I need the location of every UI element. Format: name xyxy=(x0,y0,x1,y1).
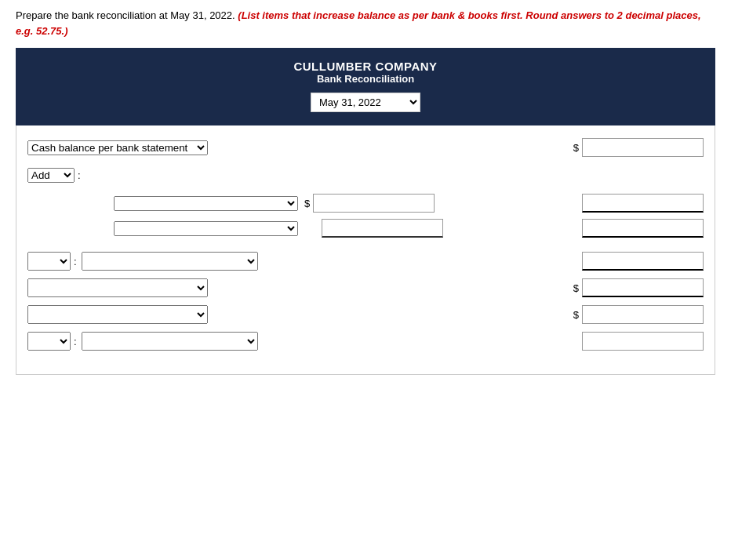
cash-balance-select[interactable]: Cash balance per bank statement xyxy=(27,140,208,155)
add-select[interactable]: Add xyxy=(27,168,75,183)
instructions: Prepare the bank reconciliation at May 3… xyxy=(16,8,715,38)
deduct-left: : xyxy=(27,252,258,271)
balance-select-1[interactable] xyxy=(27,278,208,297)
colon-1: : xyxy=(78,169,81,181)
deduct-select-1[interactable] xyxy=(27,252,71,271)
sub-item-input-1[interactable] xyxy=(313,194,435,213)
sub-item-select-1[interactable] xyxy=(114,196,298,211)
balance-select-2[interactable] xyxy=(27,305,208,324)
dollar-sign-1: $ xyxy=(573,142,579,154)
balance-left-2 xyxy=(27,305,208,324)
cash-balance-input[interactable] xyxy=(582,138,704,157)
bottom-select-2[interactable] xyxy=(82,332,258,351)
cash-balance-right: $ xyxy=(573,138,704,157)
dollar-sign-2: $ xyxy=(304,198,310,209)
date-select[interactable]: May 31, 2022 xyxy=(311,93,420,112)
balance-right-2: $ xyxy=(573,305,704,324)
balance-input-1[interactable] xyxy=(582,278,704,297)
deduct-right xyxy=(582,252,704,271)
balance-input-2[interactable] xyxy=(582,305,704,324)
sub-item-input-2[interactable] xyxy=(322,219,443,238)
colon-3: : xyxy=(74,336,77,347)
instructions-text: Prepare the bank reconciliation at May 3… xyxy=(16,9,235,21)
balance-row-1: $ xyxy=(27,278,704,297)
deduct-input-1[interactable] xyxy=(582,252,704,271)
sub-item-row-1: $ xyxy=(114,194,547,213)
right-total-2[interactable] xyxy=(582,219,704,238)
dollar-sign-3: $ xyxy=(573,282,579,294)
add-row: Add : xyxy=(27,168,704,183)
balance-right-1: $ xyxy=(573,278,704,297)
sub-item-select-2[interactable] xyxy=(114,221,298,236)
left-section: $ xyxy=(27,194,547,244)
header-box: CULLUMBER COMPANY Bank Reconciliation Ma… xyxy=(16,48,715,125)
bottom-input[interactable] xyxy=(582,332,704,351)
company-name: CULLUMBER COMPANY xyxy=(24,60,707,73)
dollar-sign-4: $ xyxy=(573,309,579,321)
bottom-select-1[interactable] xyxy=(27,332,71,351)
right-total-1[interactable] xyxy=(582,194,704,213)
sub-item-row-2 xyxy=(114,219,547,238)
main-content: Cash balance per bank statement $ Add : … xyxy=(16,125,715,375)
cash-balance-left: Cash balance per bank statement xyxy=(27,140,208,155)
balance-left-1 xyxy=(27,278,208,297)
deduct-row: : xyxy=(27,252,704,271)
report-title: Bank Reconciliation xyxy=(24,73,707,85)
bottom-left: : xyxy=(27,332,258,351)
colon-2: : xyxy=(74,256,77,267)
cash-balance-row: Cash balance per bank statement $ xyxy=(27,138,704,157)
balance-row-2: $ xyxy=(27,305,704,324)
bottom-row: : xyxy=(27,332,704,351)
middle-section: $ xyxy=(27,194,704,244)
right-section xyxy=(547,194,704,244)
deduct-select-2[interactable] xyxy=(82,252,258,271)
bottom-right xyxy=(582,332,704,351)
